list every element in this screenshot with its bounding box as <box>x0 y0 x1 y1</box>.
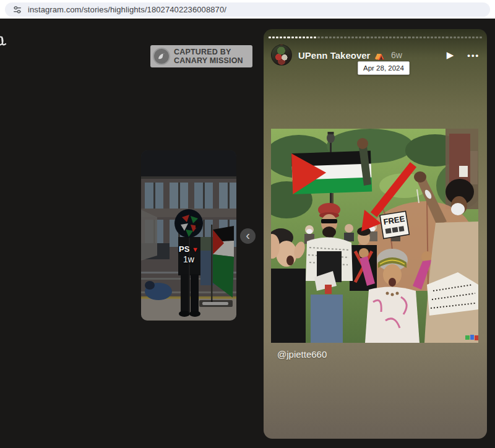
shouting-protester <box>271 228 307 343</box>
story-timestamp: 6w <box>391 50 402 60</box>
more-options-button[interactable]: ••• <box>467 51 480 60</box>
previous-story-preview[interactable]: PS ▼ 1w <box>141 150 236 321</box>
instagram-logo-partial <box>0 31 8 54</box>
tent-emoji: ⛺ <box>374 50 384 60</box>
preview-watermark <box>199 300 233 307</box>
url-text[interactable]: instagram.com/stories/highlights/1802740… <box>28 5 226 14</box>
palestinian-flag <box>291 151 372 194</box>
play-button[interactable]: ▶ <box>447 50 454 61</box>
preview-timestamp: 1w <box>141 254 236 264</box>
preview-username: PS ▼ <box>141 244 236 254</box>
red-triangle-icon: ▼ <box>192 246 199 253</box>
story-media[interactable]: FREE <box>271 129 478 343</box>
previous-story-button[interactable]: ‹ <box>240 228 256 244</box>
story-username[interactable]: UPenn Takeover <box>298 50 370 61</box>
address-bar[interactable]: instagram.com/stories/highlights/1802740… <box>5 2 490 17</box>
free-sign: FREE <box>380 211 409 238</box>
active-story-panel: UPenn Takeover ⛺ 6w ▶ ••• Apr 28, 2024 <box>264 29 487 439</box>
play-icon: ▶ <box>447 50 454 60</box>
stories-stage: CAPTURED BY CANARY MISSION <box>0 19 495 448</box>
canary-mission-watermark: CAPTURED BY CANARY MISSION <box>150 45 252 67</box>
site-settings-icon[interactable] <box>12 5 22 15</box>
mention-tag[interactable]: @jpiette660 <box>277 349 327 360</box>
preview-dim-overlay <box>141 150 236 321</box>
browser-toolbar: instagram.com/stories/highlights/1802740… <box>0 0 495 19</box>
story-progress-bar <box>269 37 482 38</box>
more-options-icon: ••• <box>467 51 480 60</box>
date-tooltip: Apr 28, 2024 <box>358 61 410 75</box>
chevron-left-icon: ‹ <box>246 229 250 241</box>
canary-watermark-text: CAPTURED BY CANARY MISSION <box>174 48 243 65</box>
story-avatar[interactable] <box>271 45 292 66</box>
canary-logo-icon <box>153 48 170 65</box>
protest-photo: FREE <box>271 129 478 343</box>
